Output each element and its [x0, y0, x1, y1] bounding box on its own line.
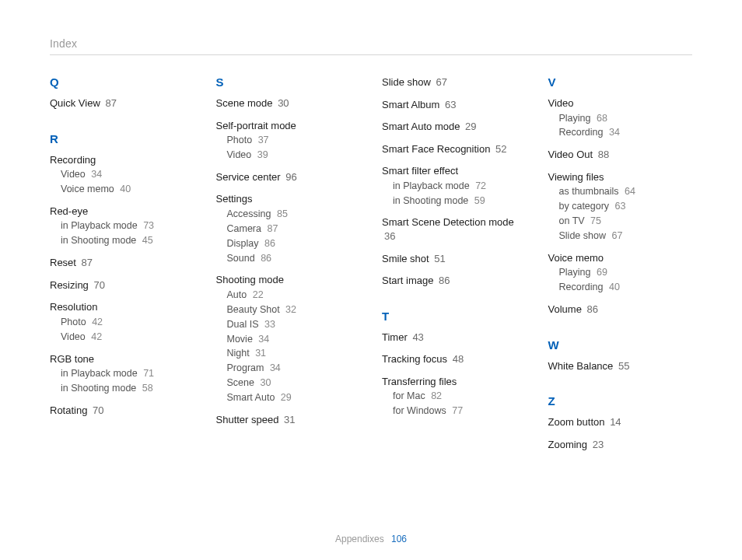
index-entry[interactable]: Rotating 70 [50, 404, 194, 418]
index-entry[interactable]: Video Out 88 [548, 148, 693, 162]
index-subentry[interactable]: in Shooting mode 58 [50, 382, 194, 395]
index-subentry[interactable]: Playing 69 [548, 266, 693, 279]
index-entry[interactable]: Scene mode 30 [216, 96, 361, 110]
index-entry[interactable]: Zoom button 14 [548, 415, 693, 429]
index-subentry[interactable]: Video 39 [216, 149, 361, 162]
index-subentry[interactable]: Playing 68 [548, 112, 693, 125]
index-column: Slide show 67Smart Album 63Smart Auto mo… [382, 75, 527, 460]
index-entry[interactable]: Smart Album 63 [382, 98, 527, 112]
index-subentry[interactable]: Sound 86 [216, 252, 361, 265]
subentry-term: Night [227, 348, 250, 359]
index-entry[interactable]: RecordingVideo 34Voice memo 40 [50, 153, 194, 196]
index-entry[interactable]: Slide show 67 [382, 75, 527, 89]
subentry-page: 37 [258, 135, 269, 145]
index-subentry[interactable]: Dual IS 33 [216, 318, 361, 331]
index-entry[interactable]: Start image 86 [382, 274, 527, 288]
index-subentry[interactable]: for Mac 82 [382, 390, 527, 403]
index-section: TTimer 43Tracking focus 48Transferring f… [382, 310, 527, 418]
index-subentry[interactable]: by category 63 [548, 200, 693, 213]
subentry-page: 82 [431, 390, 442, 401]
index-subentry[interactable]: Recording 34 [548, 126, 693, 139]
index-subentry[interactable]: Photo 37 [216, 134, 361, 147]
index-section: ZZoom button 14Zooming 23 [548, 394, 693, 451]
index-section: SScene mode 30Self-portrait modePhoto 37… [216, 75, 361, 427]
index-entry[interactable]: White Balance 55 [548, 359, 693, 373]
index-subentry[interactable]: as thumbnails 64 [548, 185, 693, 198]
index-entry[interactable]: Voice memoPlaying 69Recording 40 [548, 251, 693, 294]
index-entry[interactable]: Tracking focus 48 [382, 352, 527, 366]
index-entry[interactable]: Volume 86 [548, 303, 693, 317]
index-entry[interactable]: ResolutionPhoto 42Video 42 [50, 300, 194, 343]
index-entry[interactable]: Smart Face Recognition 52 [382, 142, 527, 156]
index-subentry[interactable]: Video 34 [50, 168, 194, 181]
subentry-term: in Playback mode [393, 180, 470, 191]
index-subentry[interactable]: Accessing 85 [216, 208, 361, 221]
index-subentry[interactable]: Auto 22 [216, 289, 361, 302]
index-entry[interactable]: Viewing filesas thumbnails 64by category… [548, 170, 693, 243]
index-subentry[interactable]: in Playback mode 73 [50, 219, 194, 233]
index-subentry[interactable]: Photo 42 [50, 316, 194, 329]
index-subentry[interactable]: on TV 75 [548, 215, 693, 228]
footer-page: 106 [391, 534, 407, 544]
index-entry[interactable]: SettingsAccessing 85Camera 87Display 86S… [216, 192, 361, 264]
entry-label: Slide show 67 [382, 75, 527, 89]
index-subentry[interactable]: Slide show 67 [548, 229, 693, 243]
subentry-page: 67 [611, 230, 622, 241]
index-entry[interactable]: Red-eyein Playback mode 73in Shooting mo… [50, 205, 194, 247]
index-entry[interactable]: Smile shot 51 [382, 252, 527, 266]
subentry-page: 40 [609, 282, 620, 292]
index-section: RRecordingVideo 34Voice memo 40Red-eyein… [50, 132, 194, 418]
index-subentry[interactable]: Movie 34 [216, 333, 361, 346]
entry-label: Recording [50, 153, 194, 167]
index-subentry[interactable]: Camera 87 [216, 222, 361, 236]
entry-term: Smart Album [382, 99, 439, 110]
index-subentry[interactable]: for Windows 77 [382, 404, 527, 418]
index-entry[interactable]: VideoPlaying 68Recording 34 [548, 96, 693, 139]
index-subentry[interactable]: Video 42 [50, 331, 194, 344]
subentry-term: Voice memo [61, 184, 114, 194]
entry-term: Zooming [548, 439, 588, 450]
index-entry[interactable]: Zooming 23 [548, 438, 693, 452]
entry-term: Zoom button [548, 416, 605, 428]
entry-page: 23 [593, 439, 604, 450]
index-section: VVideoPlaying 68Recording 34Video Out 88… [548, 75, 693, 317]
index-entry[interactable]: RGB tonein Playback mode 71in Shooting m… [50, 352, 194, 395]
index-subentry[interactable]: Beauty Shot 32 [216, 303, 361, 317]
index-entry[interactable]: Reset 87 [50, 256, 194, 270]
index-subentry[interactable]: in Shooting mode 59 [382, 194, 527, 208]
index-subentry[interactable]: Recording 40 [548, 281, 693, 294]
entry-label: Rotating 70 [50, 404, 194, 418]
entry-page: 87 [105, 97, 116, 109]
index-entry[interactable]: Shooting modeAuto 22Beauty Shot 32Dual I… [216, 273, 361, 404]
index-entry[interactable]: Smart Auto mode 29 [382, 120, 527, 134]
index-entry[interactable]: Smart filter effectin Playback mode 72in… [382, 164, 527, 207]
subentry-term: Scene [227, 377, 254, 388]
index-entry[interactable]: Resizing 70 [50, 278, 194, 292]
entry-label: Zoom button 14 [548, 415, 693, 429]
index-subentry[interactable]: Voice memo 40 [50, 183, 194, 196]
index-entry[interactable]: Transferring filesfor Mac 82for Windows … [382, 375, 527, 418]
index-subentry[interactable]: Display 86 [216, 237, 361, 250]
index-subentry[interactable]: Program 34 [216, 362, 361, 375]
index-subentry[interactable]: in Playback mode 72 [382, 180, 527, 193]
subentry-page: 29 [281, 392, 292, 403]
index-subentry[interactable]: Smart Auto 29 [216, 391, 361, 404]
index-entry[interactable]: Quick View 87 [50, 96, 194, 110]
entry-page: 67 [436, 76, 447, 88]
subentry-term: Program [227, 362, 264, 373]
index-entry[interactable]: Self-portrait modePhoto 37Video 39 [216, 119, 361, 162]
index-entry[interactable]: Service center 96 [216, 170, 361, 184]
index-subentry[interactable]: in Playback mode 71 [50, 367, 194, 380]
index-entry[interactable]: Timer 43 [382, 331, 527, 345]
entry-label: Timer 43 [382, 331, 527, 345]
entry-label: Smart Scene Detection mode 36 [382, 215, 527, 243]
index-entry[interactable]: Shutter speed 31 [216, 413, 361, 427]
index-subentry[interactable]: Scene 30 [216, 376, 361, 390]
entry-term: Red-eye [50, 205, 88, 217]
subentry-term: Playing [559, 113, 591, 124]
subentry-page: 34 [91, 169, 102, 180]
index-entry[interactable]: Smart Scene Detection mode 36 [382, 215, 527, 243]
index-subentry[interactable]: Night 31 [216, 347, 361, 360]
subentry-page: 75 [590, 215, 601, 226]
index-subentry[interactable]: in Shooting mode 45 [50, 234, 194, 247]
